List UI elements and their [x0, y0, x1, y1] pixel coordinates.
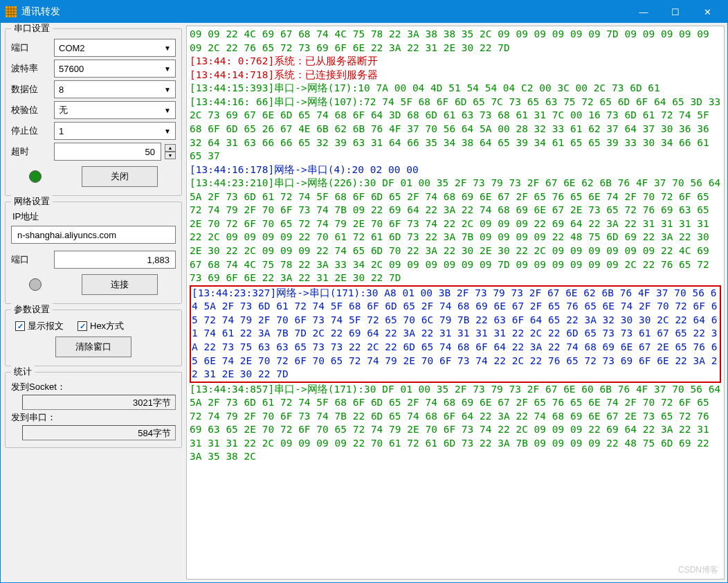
highlighted-log-block: [13:44:23:327]网络->串口(171):30 A8 01 00 3B… — [190, 285, 721, 383]
show-packet-checkbox[interactable]: ✓显示报文 — [15, 320, 64, 332]
checkbox-icon: ✓ — [15, 321, 25, 331]
to-socket-value: 3021字节 — [22, 395, 176, 410]
close-button[interactable]: ✕ — [691, 1, 723, 23]
spin-down-icon[interactable]: ▼ — [165, 152, 176, 159]
caret-down-icon: ▼ — [164, 127, 171, 135]
log-line: 09 09 22 4C 69 67 68 74 4C 75 78 22 3A 3… — [190, 28, 721, 55]
serial-close-button[interactable]: 关闭 — [82, 166, 158, 187]
window-title: 通讯转发 — [21, 6, 628, 18]
titlebar: 通讯转发 — ☐ ✕ — [1, 1, 727, 23]
spin-up-icon[interactable]: ▲ — [165, 144, 176, 152]
timeout-spinner[interactable]: ▲▼ — [165, 144, 176, 159]
stats-legend: 统计 — [11, 366, 35, 378]
serial-legend: 串口设置 — [11, 23, 53, 35]
app-window: 通讯转发 — ☐ ✕ 串口设置 端口 COM2▼ 波特率 57600▼ 数据位 … — [0, 0, 728, 583]
hex-mode-checkbox[interactable]: ✓Hex方式 — [78, 320, 124, 332]
to-serial-label: 发到串口： — [11, 411, 176, 424]
checkbox-icon: ✓ — [78, 321, 87, 331]
to-serial-value: 584字节 — [22, 425, 176, 440]
log-line: [13:44:16:178]网络->串口(4):20 02 00 00 — [190, 163, 721, 177]
caret-down-icon: ▼ — [164, 44, 171, 52]
stopbits-label: 停止位 — [11, 125, 50, 137]
to-socket-label: 发到Socket： — [11, 381, 176, 393]
baud-label: 波特率 — [11, 62, 50, 75]
maximize-button[interactable]: ☐ — [659, 1, 691, 23]
net-legend: 网络设置 — [11, 195, 53, 208]
serial-settings-group: 串口设置 端口 COM2▼ 波特率 57600▼ 数据位 8▼ 校验位 无▼ — [5, 28, 182, 196]
serial-status-led — [29, 170, 42, 183]
databits-label: 数据位 — [11, 83, 50, 96]
timeout-label: 超时 — [11, 145, 50, 158]
net-status-led — [29, 278, 42, 291]
minimize-button[interactable]: — — [628, 1, 659, 23]
stopbits-combo[interactable]: 1▼ — [54, 122, 176, 140]
baud-combo[interactable]: 57600▼ — [54, 60, 176, 78]
log-line: [13:44: 0:762]系统：已从服务器断开 — [190, 55, 721, 69]
ip-input[interactable] — [11, 226, 176, 244]
param-settings-group: 参数设置 ✓显示报文 ✓Hex方式 清除窗口 — [5, 310, 182, 366]
caret-down-icon: ▼ — [164, 65, 171, 73]
port-combo[interactable]: COM2▼ — [54, 39, 176, 57]
parity-label: 校验位 — [11, 104, 50, 116]
caret-down-icon: ▼ — [164, 86, 171, 93]
log-line: [13:44:14:718]系统：已连接到服务器 — [190, 69, 721, 82]
log-line: [13:44:23:327]网络->串口(171):30 A8 01 00 3B… — [192, 287, 719, 382]
log-line: [13:44:15:393]串口->网络(17):10 7A 00 04 4D … — [190, 82, 721, 96]
log-line: [13:44:23:210]串口->网络(226):30 DF 01 00 35… — [190, 177, 721, 285]
ip-label: IP地址 — [12, 210, 176, 223]
network-settings-group: 网络设置 IP地址 端口 连接 — [5, 201, 182, 304]
net-connect-button[interactable]: 连接 — [82, 274, 158, 295]
port-label: 端口 — [11, 42, 50, 54]
clear-window-button[interactable]: 清除窗口 — [55, 337, 131, 357]
timeout-input[interactable] — [54, 143, 161, 161]
param-legend: 参数设置 — [11, 303, 53, 316]
log-line: [13:44:34:857]串口->网络(171):30 DF 01 00 35… — [190, 383, 721, 464]
net-port-label: 端口 — [11, 253, 50, 266]
stats-group: 统计 发到Socket： 3021字节 发到串口： 584字节 — [5, 372, 182, 448]
app-icon — [5, 6, 17, 18]
window-body: 串口设置 端口 COM2▼ 波特率 57600▼ 数据位 8▼ 校验位 无▼ — [1, 23, 727, 582]
log-line: [13:44:16: 66]串口->网络(107):72 74 5F 68 6F… — [190, 96, 721, 163]
log-panel[interactable]: 09 09 22 4C 69 67 68 74 4C 75 78 22 3A 3… — [186, 26, 725, 580]
databits-combo[interactable]: 8▼ — [54, 80, 176, 98]
caret-down-icon: ▼ — [164, 107, 171, 114]
net-port-input[interactable] — [54, 251, 176, 269]
parity-combo[interactable]: 无▼ — [54, 101, 176, 119]
sidebar: 串口设置 端口 COM2▼ 波特率 57600▼ 数据位 8▼ 校验位 无▼ — [1, 23, 186, 582]
